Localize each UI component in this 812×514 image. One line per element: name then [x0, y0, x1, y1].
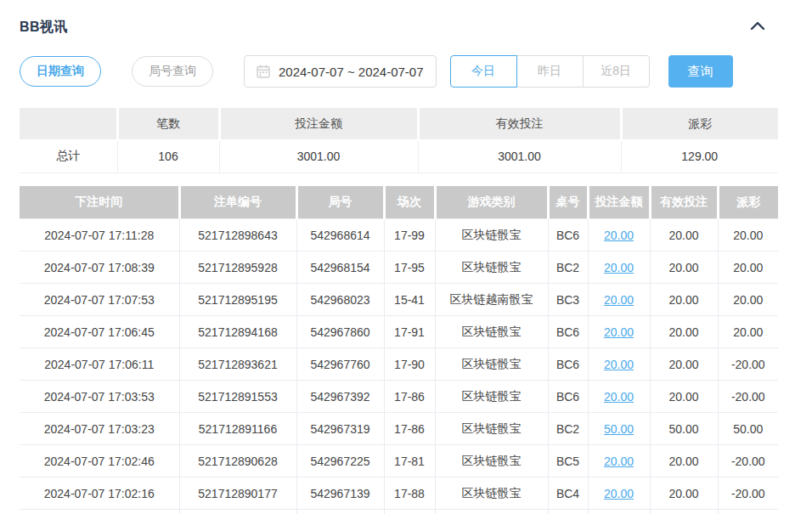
bet-col-0: 下注时间 [20, 186, 179, 219]
bet-amount-link[interactable]: 20.00 [604, 261, 634, 274]
cell-bet-amount: 20.00 [588, 477, 650, 510]
summary-total-bet-amount: 3001.00 [219, 140, 418, 172]
bet-col-1: 注单编号 [179, 186, 296, 219]
summary-total-row: 总计 106 3001.00 3001.00 129.00 [20, 140, 778, 172]
cell-game-type: 区块链骰宝 [435, 219, 548, 251]
filter-bar: 日期查询 局号查询 2024-07-07 ~ 2024-07-07 今日昨日近8… [20, 55, 792, 88]
cell-session: 17-86 [384, 381, 435, 413]
table-row-partial [20, 510, 778, 514]
cell-round-no: 542968154 [296, 251, 384, 284]
cell-round-no: 542967319 [296, 413, 384, 445]
cell-bet-amount: 20.00 [588, 381, 650, 413]
cell-time: 2024-07-07 17:06:45 [20, 316, 179, 348]
cell-order-no: 521712894168 [179, 316, 296, 348]
bet-amount-link[interactable]: 50.00 [604, 422, 634, 436]
cell-table-no: BC6 [548, 381, 588, 413]
summary-col-count: 笔数 [117, 108, 219, 140]
summary-col-payout: 派彩 [621, 108, 778, 140]
date-range-input[interactable]: 2024-07-07 ~ 2024-07-07 [244, 55, 437, 88]
summary-col-blank [20, 108, 117, 140]
cell-payout: -20.00 [718, 445, 778, 477]
summary-header-row: 笔数 投注金额 有效投注 派彩 [20, 108, 778, 140]
cell-table-no: BC6 [548, 348, 588, 381]
bet-col-5: 桌号 [548, 186, 588, 219]
cell-valid-bet: 20.00 [650, 316, 718, 348]
bet-col-8: 派彩 [718, 186, 778, 219]
date-range-value: 2024-07-07 ~ 2024-07-07 [279, 65, 424, 79]
bet-amount-link[interactable]: 20.00 [604, 293, 634, 307]
bet-amount-link[interactable]: 20.00 [604, 390, 634, 404]
cell-payout: 50.00 [718, 413, 778, 445]
cell-session: 15-41 [384, 284, 435, 316]
cell-table-no: BC3 [548, 284, 588, 316]
bet-col-6: 投注金额 [588, 186, 650, 219]
cell-table-no: BC6 [548, 316, 588, 348]
cell-game-type: 区块链骰宝 [435, 251, 548, 284]
cell-payout: -20.00 [718, 381, 778, 413]
cell-order-no: 521712898643 [179, 219, 296, 251]
cell-game-type: 区块链骰宝 [435, 445, 548, 477]
bet-amount-link[interactable]: 20.00 [604, 487, 634, 500]
bet-amount-link[interactable]: 20.00 [604, 455, 634, 468]
cell-time: 2024-07-07 17:03:23 [20, 413, 179, 445]
table-row: 2024-07-07 17:03:53521712891553542967392… [20, 381, 778, 413]
table-row: 2024-07-07 17:06:45521712894168542967860… [20, 316, 778, 348]
chevron-up-icon [750, 20, 765, 35]
cell-order-no: 521712893621 [179, 348, 296, 381]
calendar-icon [257, 65, 270, 78]
table-row: 2024-07-07 17:06:11521712893621542967760… [20, 348, 778, 381]
bet-col-7: 有效投注 [650, 186, 718, 219]
summary-col-bet-amount: 投注金额 [219, 108, 418, 140]
bet-amount-link[interactable]: 20.00 [604, 325, 634, 339]
cell-bet-amount: 20.00 [588, 219, 650, 251]
table-row: 2024-07-07 17:11:28521712898643542968614… [20, 219, 778, 251]
cell-time: 2024-07-07 17:11:28 [20, 219, 179, 251]
cell-table-no: BC4 [548, 477, 588, 510]
cell-valid-bet: 20.00 [650, 284, 718, 316]
cell-payout: 20.00 [718, 251, 778, 284]
cell-time: 2024-07-07 17:03:53 [20, 381, 179, 413]
cell-time: 2024-07-07 17:08:39 [20, 251, 179, 284]
summary-total-count: 106 [117, 140, 219, 172]
bet-col-3: 场次 [384, 186, 435, 219]
cell-time: 2024-07-07 17:02:46 [20, 445, 179, 477]
bet-records-table: 下注时间注单编号局号场次游戏类别桌号投注金额有效投注派彩 2024-07-07 … [20, 186, 778, 514]
bet-col-4: 游戏类别 [435, 186, 548, 219]
summary-table: 笔数 投注金额 有效投注 派彩 总计 106 3001.00 3001.00 1… [20, 108, 778, 173]
bet-amount-link[interactable]: 20.00 [604, 229, 634, 242]
cell-payout: -20.00 [718, 477, 778, 510]
cell-round-no: 542967139 [296, 477, 384, 510]
cell-payout: 20.00 [718, 219, 778, 251]
cell-game-type: 区块链骰宝 [435, 413, 548, 445]
cell-game-type: 区块链骰宝 [435, 348, 548, 381]
bb-video-panel: BB视讯 日期查询 局号查询 [0, 0, 812, 514]
search-button[interactable]: 查询 [668, 55, 733, 88]
round-query-tab[interactable]: 局号查询 [132, 56, 213, 87]
cell-session: 17-86 [384, 413, 435, 445]
page-title: BB视讯 [20, 19, 68, 37]
cell-bet-amount: 20.00 [588, 445, 650, 477]
collapse-panel-button[interactable] [747, 17, 769, 37]
cell-order-no: 521712890177 [179, 477, 296, 510]
cell-game-type: 区块链骰宝 [435, 381, 548, 413]
cell-table-no: BC5 [548, 445, 588, 477]
cell-payout: -20.00 [718, 348, 778, 381]
cell-round-no: 542967392 [296, 381, 384, 413]
cell-session: 17-90 [384, 348, 435, 381]
table-row: 2024-07-07 17:08:39521712895928542968154… [20, 251, 778, 284]
cell-time: 2024-07-07 17:02:16 [20, 477, 179, 510]
cell-valid-bet: 20.00 [650, 477, 718, 510]
cell-game-type: 区块链骰宝 [435, 316, 548, 348]
quick-range-2[interactable]: 近8日 [583, 55, 650, 88]
cell-game-type: 区块链骰宝 [435, 477, 548, 510]
quick-range-1[interactable]: 昨日 [516, 55, 584, 88]
cell-session: 17-99 [384, 219, 435, 251]
date-query-tab[interactable]: 日期查询 [20, 56, 101, 87]
bet-amount-link[interactable]: 20.00 [604, 358, 634, 371]
cell-time: 2024-07-07 17:06:11 [20, 348, 179, 381]
quick-range-0[interactable]: 今日 [450, 55, 517, 88]
quick-range-group: 今日昨日近8日 [450, 55, 650, 88]
summary-total-label: 总计 [20, 140, 117, 172]
cell-table-no: BC2 [548, 251, 588, 284]
cell-valid-bet: 20.00 [650, 445, 718, 477]
